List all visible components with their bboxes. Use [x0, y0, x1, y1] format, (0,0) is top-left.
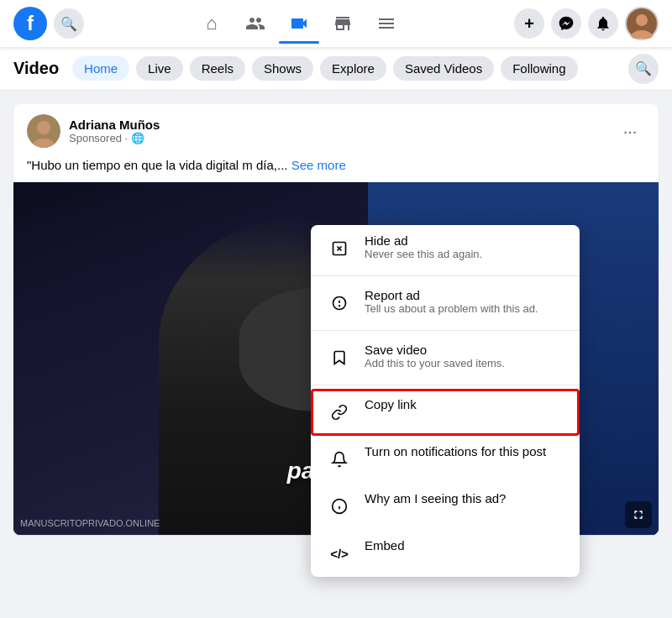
menu-item-why-seeing[interactable]: Why am I seeing this ad? — [311, 483, 580, 530]
menu-item-why-seeing-content: Why am I seeing this ad? — [365, 491, 566, 505]
user-avatar[interactable] — [625, 7, 659, 40]
menu-item-save-video-content: Save video Add this to your saved items. — [365, 343, 566, 369]
post-header: Adriana Muños Sponsored · 🌐 ··· — [13, 104, 659, 158]
video-title: Video — [13, 59, 59, 78]
why-seeing-title: Why am I seeing this ad? — [365, 491, 566, 505]
subnav-search-button[interactable]: 🔍 — [628, 54, 659, 84]
video-watermark: MANUSCRITOPRIVADO.ONLINE — [20, 518, 160, 528]
save-video-desc: Add this to your saved items. — [365, 357, 566, 369]
why-seeing-icon — [324, 491, 354, 521]
svg-point-1 — [636, 14, 648, 26]
nav-marketplace-button[interactable] — [323, 3, 363, 44]
dropdown-menu: Hide ad Never see this ad again. Report … — [311, 225, 580, 577]
messenger-button[interactable] — [551, 8, 581, 39]
notifications-button[interactable] — [588, 8, 618, 39]
post-meta: Sponsored · 🌐 — [69, 132, 606, 144]
menu-item-hide-ad[interactable]: Hide ad Never see this ad again. — [311, 225, 580, 272]
see-more-link[interactable]: See more — [291, 158, 346, 172]
tab-saved-videos[interactable]: Saved Videos — [393, 56, 494, 81]
menu-item-notifications[interactable]: Turn on notifications for this post — [311, 436, 580, 483]
hide-ad-icon — [324, 233, 354, 264]
menu-item-hide-ad-content: Hide ad Never see this ad again. — [365, 233, 566, 260]
post-more-button[interactable]: ··· — [615, 116, 645, 146]
tab-live[interactable]: Live — [136, 56, 183, 81]
nav-left: f 🔍 — [13, 7, 84, 40]
top-nav: f 🔍 ⌂ + — [0, 0, 672, 47]
menu-item-embed[interactable]: </> Embed — [311, 530, 580, 577]
menu-item-copy-link-content: Copy link — [365, 397, 566, 411]
notifications-post-icon — [324, 444, 354, 474]
nav-center: ⌂ — [84, 3, 514, 44]
menu-item-copy-link[interactable]: Copy link — [311, 389, 580, 436]
save-video-icon — [324, 343, 354, 373]
post-text: "Hubo un tiempo en que la vida digital m… — [13, 158, 659, 182]
report-ad-icon — [324, 288, 354, 318]
tab-home[interactable]: Home — [72, 56, 129, 81]
divider-1 — [311, 275, 580, 276]
video-subnav: Video Home Live Reels Shows Explore Save… — [0, 47, 672, 91]
menu-item-save-video[interactable]: Save video Add this to your saved items. — [311, 334, 580, 381]
menu-item-notifications-content: Turn on notifications for this post — [365, 444, 566, 458]
menu-item-report-ad-content: Report ad Tell us about a problem with t… — [365, 288, 566, 315]
tab-reels[interactable]: Reels — [190, 56, 245, 81]
hide-ad-title: Hide ad — [365, 233, 566, 248]
post-author-name: Adriana Muños — [69, 118, 606, 132]
search-button[interactable]: 🔍 — [54, 8, 84, 39]
report-ad-title: Report ad — [365, 288, 566, 302]
hide-ad-desc: Never see this ad again. — [365, 248, 566, 260]
copy-link-title: Copy link — [365, 397, 566, 411]
notifications-title: Turn on notifications for this post — [365, 444, 566, 458]
svg-point-11 — [339, 306, 340, 306]
divider-3 — [311, 385, 580, 385]
nav-friends-button[interactable] — [235, 3, 276, 44]
nav-video-button[interactable] — [279, 3, 319, 44]
nav-home-button[interactable]: ⌂ — [192, 3, 232, 44]
tab-explore[interactable]: Explore — [320, 56, 386, 81]
embed-title: Embed — [365, 538, 566, 553]
save-video-title: Save video — [365, 343, 566, 357]
nav-right: + — [514, 7, 659, 40]
menu-item-report-ad[interactable]: Report ad Tell us about a problem with t… — [311, 280, 580, 327]
copy-link-icon — [324, 397, 354, 427]
nav-menu-button[interactable] — [366, 3, 407, 44]
report-ad-desc: Tell us about a problem with this ad. — [365, 302, 566, 315]
embed-icon: </> — [324, 538, 354, 568]
tab-following[interactable]: Following — [501, 56, 577, 81]
add-button[interactable]: + — [514, 8, 544, 39]
fullscreen-button[interactable] — [625, 501, 652, 528]
post-text-content: "Hubo un tiempo en que la vida digital m… — [27, 158, 288, 172]
post-author-avatar — [27, 114, 60, 148]
menu-item-embed-content: Embed — [365, 538, 566, 553]
facebook-logo[interactable]: f — [13, 7, 47, 40]
tab-shows[interactable]: Shows — [252, 56, 313, 81]
main-content: Adriana Muños Sponsored · 🌐 ··· "Hubo un… — [0, 91, 672, 548]
svg-point-4 — [37, 121, 50, 134]
divider-2 — [311, 330, 580, 331]
post-author-info: Adriana Muños Sponsored · 🌐 — [69, 118, 606, 144]
